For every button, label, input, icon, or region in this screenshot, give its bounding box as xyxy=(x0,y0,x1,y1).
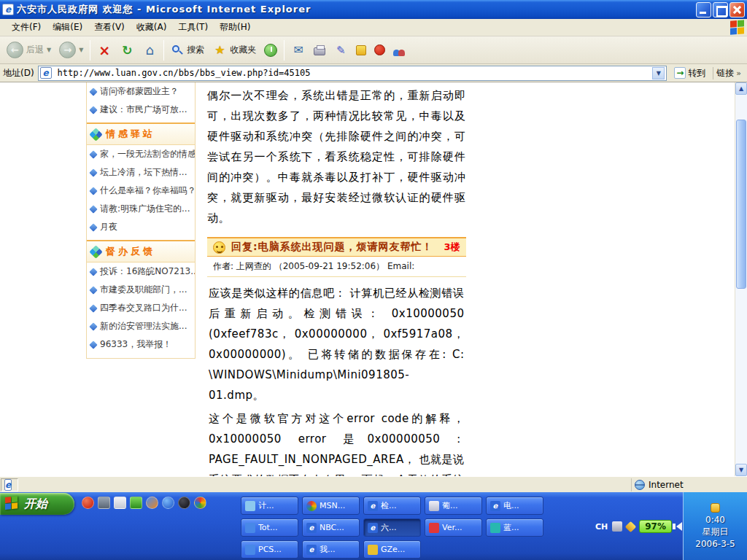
sidebar-topic-link[interactable]: 家，一段无法割舍的情感 xyxy=(87,145,195,163)
sidebar-topic-link[interactable]: 什么是幸福？你幸福吗？ xyxy=(87,182,195,200)
vertical-scrollbar[interactable]: ▲ ▼ xyxy=(735,82,747,476)
task-button[interactable]: 蓝... xyxy=(486,518,543,537)
home-button[interactable] xyxy=(139,41,160,60)
print-button[interactable] xyxy=(310,42,329,58)
scrollbar-track[interactable] xyxy=(735,95,747,464)
qq-icon xyxy=(374,44,385,55)
stop-icon xyxy=(97,43,112,58)
quicklaunch-icon-8[interactable] xyxy=(194,497,206,509)
sidebar-topic-link[interactable]: 请问帝都蒙园业主？ xyxy=(87,82,195,101)
menu-view[interactable]: 查看(V) xyxy=(88,19,131,36)
sidebar-topic-link[interactable]: 四季春交叉路口为什... xyxy=(87,299,195,317)
maximize-button[interactable] xyxy=(713,2,728,18)
menu-favorites[interactable]: 收藏(A) xyxy=(131,19,173,36)
smiley-icon xyxy=(213,241,225,254)
links-label: 链接 xyxy=(716,67,734,79)
quicklaunch-icon-qq[interactable] xyxy=(178,497,190,509)
links-chevron-icon[interactable]: » xyxy=(736,69,741,78)
task-button[interactable]: 电... xyxy=(486,497,543,515)
task-label: Ver... xyxy=(442,523,462,532)
qq-button[interactable] xyxy=(371,42,389,58)
tray-help-icon[interactable] xyxy=(625,521,637,532)
bullet-icon xyxy=(89,106,97,114)
task-button-active[interactable]: 六... xyxy=(363,518,421,537)
status-page-cell xyxy=(1,478,18,491)
task-label: Tot... xyxy=(258,523,277,532)
taskbar: 开始 计... MSN... 检... xyxy=(0,492,747,560)
battery-indicator[interactable]: 97% xyxy=(639,520,672,533)
edit-button[interactable] xyxy=(330,41,352,60)
task-icon xyxy=(429,501,439,511)
taskbar-clock[interactable]: 0:40 星期日 2006-3-5 xyxy=(683,492,747,560)
sidebar-topic-link[interactable]: 坛上冷清，坛下热情... xyxy=(87,163,195,182)
quicklaunch-icon-ie[interactable] xyxy=(162,497,174,509)
quicklaunch-icon-4[interactable] xyxy=(130,497,142,509)
scrollbar-thumb[interactable] xyxy=(736,120,746,289)
topic-label: 投诉：16路皖NO7213... xyxy=(100,265,195,278)
menu-edit[interactable]: 编辑(E) xyxy=(47,19,88,36)
netmeeting-button[interactable] xyxy=(390,42,410,58)
sidebar-topic-link[interactable]: 新的治安管理法实施... xyxy=(87,317,195,335)
go-button[interactable]: 转到 xyxy=(670,66,709,80)
bullet-icon xyxy=(89,341,97,349)
menu-file[interactable]: 文件(F) xyxy=(6,19,47,36)
task-button[interactable]: Ver... xyxy=(425,518,482,537)
browser-viewport: 请问帝都蒙园业主？ 建议：市民广场可放... 情感驿站 家，一段无法割舍的情感 … xyxy=(0,82,747,476)
forward-dropdown-icon[interactable]: ▼ xyxy=(79,47,83,53)
search-label: 搜索 xyxy=(187,44,204,56)
internet-globe-icon xyxy=(635,480,645,490)
quicklaunch-icon-3[interactable] xyxy=(114,497,126,509)
close-button[interactable] xyxy=(729,2,745,18)
quicklaunch-icon-5[interactable] xyxy=(146,497,158,509)
section-diamond-icon xyxy=(89,128,102,141)
scroll-down-icon[interactable]: ▼ xyxy=(735,464,747,476)
quicklaunch-icon-2[interactable] xyxy=(98,497,110,509)
scroll-up-icon[interactable]: ▲ xyxy=(735,82,747,95)
task-button[interactable]: NBC... xyxy=(302,518,360,537)
back-dropdown-icon[interactable]: ▼ xyxy=(47,47,51,53)
sidebar-topic-link[interactable]: 市建委及职能部门，... xyxy=(87,281,195,299)
messenger-button[interactable] xyxy=(352,43,370,58)
volume-icon[interactable] xyxy=(676,522,682,531)
address-input[interactable] xyxy=(58,67,650,79)
stop-button[interactable] xyxy=(93,41,115,60)
sidebar-topic-link[interactable]: 96333，我举报！ xyxy=(87,335,195,354)
address-label: 地址(D) xyxy=(3,67,34,79)
links-bar[interactable]: 链接 » xyxy=(713,67,744,79)
quicklaunch-icon-1[interactable] xyxy=(82,497,94,509)
input-method-indicator[interactable]: CH xyxy=(595,522,608,532)
forum-sidebar: 请问帝都蒙园业主？ 建议：市民广场可放... 情感驿站 家，一段无法割舍的情感 … xyxy=(86,82,196,359)
minimize-button[interactable] xyxy=(696,2,711,18)
mail-button[interactable] xyxy=(287,41,309,60)
refresh-button[interactable] xyxy=(116,41,138,60)
bullet-icon xyxy=(89,150,97,158)
task-label: 电... xyxy=(503,500,519,511)
sidebar-topic-link[interactable]: 建议：市民广场可放... xyxy=(87,101,195,119)
address-dropdown-icon[interactable]: ▼ xyxy=(652,67,665,79)
history-button[interactable] xyxy=(260,42,281,59)
forum-thread: 偶尔一次不理会，系统出错是正常的，重新启动即可，出现次数多了，两种情况比较常见，… xyxy=(196,82,476,476)
search-button[interactable]: 搜索 xyxy=(167,42,208,59)
menu-tools[interactable]: 工具(T) xyxy=(172,19,214,36)
bullet-icon xyxy=(89,168,97,176)
task-label: 葡... xyxy=(442,500,458,511)
back-button[interactable]: ← 后退 ▼ xyxy=(3,39,55,61)
sidebar-topic-link[interactable]: 投诉：16路皖NO7213... xyxy=(87,262,195,281)
task-button[interactable]: Tot... xyxy=(241,518,298,537)
forward-button[interactable]: → ▼ xyxy=(55,39,87,61)
task-button[interactable]: 我... xyxy=(302,540,360,559)
task-button[interactable]: MSN... xyxy=(302,497,360,515)
task-button[interactable]: 检... xyxy=(363,497,421,515)
tray-keyboard-icon[interactable] xyxy=(612,521,622,532)
sidebar-topic-link[interactable]: 请教:明珠广场住宅的... xyxy=(87,200,195,218)
task-button[interactable]: GZe... xyxy=(363,540,421,559)
clock-time: 0:40 xyxy=(705,515,725,525)
favorites-button[interactable]: 收藏夹 xyxy=(209,41,260,60)
task-button[interactable]: 计... xyxy=(241,497,298,515)
task-button[interactable]: PCS... xyxy=(241,540,298,559)
start-button[interactable]: 开始 xyxy=(0,493,74,515)
sidebar-topic-link[interactable]: 月夜 xyxy=(87,218,195,236)
task-button-area: 计... MSN... 检... 葡... 电... Tot... xyxy=(241,495,546,560)
menu-help[interactable]: 帮助(H) xyxy=(214,19,256,36)
task-button[interactable]: 葡... xyxy=(425,497,482,515)
